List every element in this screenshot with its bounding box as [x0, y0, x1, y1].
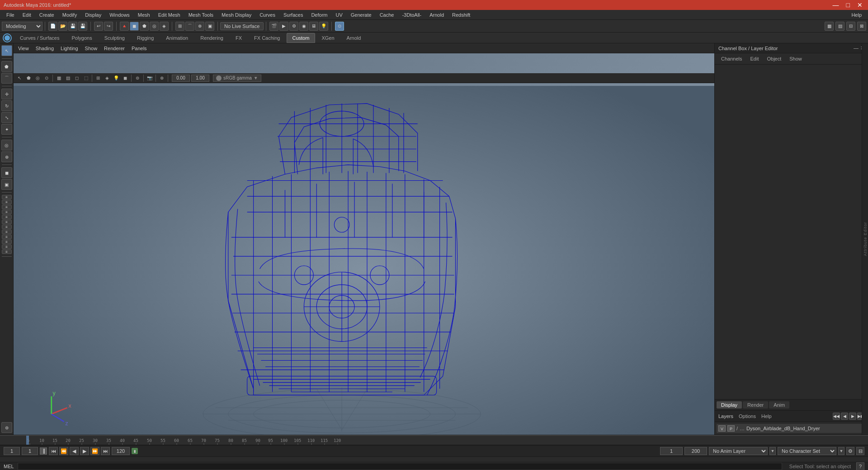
anim-layer-select[interactable]: No Anim Layer — [709, 447, 768, 455]
viewport[interactable]: View Shading Lighting Show Renderer Pane… — [14, 43, 714, 435]
vp-bounding-box-btn[interactable]: ⬚ — [82, 74, 90, 82]
close-button[interactable]: ✕ — [855, 1, 864, 9]
tab-fx[interactable]: FX — [230, 33, 248, 43]
display-tab[interactable]: Display — [717, 401, 742, 409]
menu-create[interactable]: Create — [36, 11, 58, 19]
vp-snap-btn[interactable]: ◎ — [33, 74, 42, 82]
select-by-hierarchy-button[interactable]: 🔺 — [120, 22, 129, 31]
vp-menu-panels[interactable]: Panels — [129, 45, 150, 52]
anim-tab[interactable]: Anim — [769, 401, 789, 409]
save-scene-as-button[interactable]: 💾 — [78, 22, 87, 31]
vp-coord-x[interactable] — [172, 75, 190, 82]
new-scene-button[interactable]: 📄 — [48, 22, 57, 31]
snap-settings-9[interactable]: ≡ — [2, 235, 12, 239]
ipr-render-button[interactable]: ▶ — [279, 22, 288, 31]
tab-fx-caching[interactable]: FX Caching — [248, 33, 286, 43]
tab-arnold[interactable]: Arnold — [341, 33, 367, 43]
viewport-inner[interactable]: ↖ ⬟ ◎ ⊙ ▦ ▤ ◻ ⬚ ⊞ ◈ 💡 ◼ ⊚ 📷 ⊕ — [14, 73, 714, 435]
tab-curves-surfaces[interactable]: Curves / Surfaces — [14, 33, 65, 43]
tab-custom[interactable]: Custom — [287, 33, 316, 43]
layer-nav-btn-1[interactable]: ◀◀ — [833, 413, 840, 420]
maximize-button[interactable]: □ — [844, 1, 852, 9]
layers-tab[interactable]: Layers — [718, 414, 733, 419]
cb-tab-show[interactable]: Show — [786, 55, 806, 62]
paint-select-tool-button[interactable]: ⬟ — [1, 61, 12, 72]
menu-display[interactable]: Display — [81, 11, 105, 19]
snap-settings-1[interactable]: ≡ — [2, 195, 12, 199]
layer-nav-btn-2[interactable]: ◀ — [841, 413, 848, 420]
char-set-arrow[interactable]: ▼ — [838, 447, 844, 455]
hypershade-button[interactable]: ◉ — [299, 22, 308, 31]
render-tab[interactable]: Render — [743, 401, 768, 409]
vp-menu-renderer[interactable]: Renderer — [101, 45, 127, 52]
go-to-start-button[interactable]: ⏮ — [49, 447, 58, 455]
vp-wireframe-btn[interactable]: ▦ — [55, 74, 63, 82]
timeline-options-btn[interactable]: ⊟ — [856, 447, 864, 455]
vp-ao-btn[interactable]: ⊚ — [133, 74, 142, 82]
undo-button[interactable]: ↩ — [94, 22, 103, 31]
workspace-selector[interactable]: Modeling — [2, 22, 42, 31]
mel-python-toggle[interactable]: MEL — [4, 464, 14, 469]
soft-select-button[interactable]: ◈ — [160, 22, 169, 31]
menu-mesh-display[interactable]: Mesh Display — [218, 11, 255, 19]
snap-settings-3[interactable]: ≡ — [2, 205, 12, 209]
tab-xgen[interactable]: XGen — [316, 33, 340, 43]
minimize-button[interactable]: — — [831, 1, 841, 9]
step-back-button[interactable]: ⏪ — [59, 447, 68, 455]
vp-camera-btn[interactable]: 📷 — [146, 74, 154, 82]
redo-button[interactable]: ↪ — [104, 22, 113, 31]
vp-grid-btn[interactable]: ⊞ — [94, 74, 102, 82]
vp-texture-btn[interactable]: ◈ — [103, 74, 111, 82]
snap-settings-10[interactable]: ≡ — [2, 240, 12, 244]
menu-file[interactable]: File — [3, 11, 18, 19]
menu-windows[interactable]: Windows — [106, 11, 133, 19]
snap-settings-4[interactable]: ≡ — [2, 210, 12, 214]
menu-help[interactable]: Help — [848, 11, 865, 19]
command-line-input[interactable] — [18, 463, 782, 470]
tab-rigging[interactable]: Rigging — [131, 33, 160, 43]
cb-tab-object[interactable]: Object — [763, 55, 785, 62]
cb-tab-edit[interactable]: Edit — [746, 55, 762, 62]
menu-curves[interactable]: Curves — [256, 11, 279, 19]
layer-visibility-btn[interactable]: V — [718, 425, 726, 432]
select-tool-button[interactable]: ↖ — [1, 45, 12, 56]
snap-settings-6[interactable]: ≡ — [2, 220, 12, 224]
cb-tab-channels[interactable]: Channels — [717, 55, 745, 62]
icon-bar-2[interactable]: ▤ — [835, 22, 844, 31]
menu-mesh[interactable]: Mesh — [134, 11, 154, 19]
lasso-tool-button[interactable]: ⌒ — [1, 73, 12, 84]
snap-settings-5[interactable]: ≡ — [2, 215, 12, 219]
vp-isolate-btn[interactable]: ⊙ — [42, 74, 51, 82]
snap-settings-7[interactable]: ≡ — [2, 225, 12, 229]
vp-menu-view[interactable]: View — [15, 45, 32, 52]
paint-select-button[interactable]: ◎ — [150, 22, 159, 31]
show-hide-button[interactable]: ⊙ — [335, 22, 344, 31]
tab-polygons[interactable]: Polygons — [66, 33, 98, 43]
render-view-button[interactable]: 🖥 — [309, 22, 318, 31]
playback-end-input[interactable] — [112, 447, 130, 455]
tab-sculpting[interactable]: Sculpting — [99, 33, 131, 43]
icon-bar-4[interactable]: ⊠ — [857, 22, 866, 31]
menu-edit-mesh[interactable]: Edit Mesh — [155, 11, 184, 19]
icon-bar-3[interactable]: ⊟ — [846, 22, 855, 31]
snap-settings-2[interactable]: ≡ — [2, 200, 12, 204]
redraw-paint-effects-button[interactable]: ▣ — [1, 179, 12, 190]
vp-smooth-shade-btn[interactable]: ▤ — [64, 74, 72, 82]
layer-nav-btn-3[interactable]: ▶ — [849, 413, 856, 420]
menu-mesh-tools[interactable]: Mesh Tools — [185, 11, 217, 19]
rotate-tool-button[interactable]: ↻ — [1, 100, 12, 111]
snap-to-surface-button[interactable]: ▣ — [205, 22, 214, 31]
help-line-btn[interactable]: ? — [856, 462, 864, 470]
menu-modify[interactable]: Modify — [59, 11, 80, 19]
range-start-input[interactable] — [660, 447, 683, 455]
menu-cache[interactable]: Cache — [376, 11, 398, 19]
render-current-frame-button[interactable]: 🎬 — [269, 22, 278, 31]
lasso-select-button[interactable]: ⬟ — [140, 22, 149, 31]
menu-surfaces[interactable]: Surfaces — [280, 11, 307, 19]
step-forward-button[interactable]: ⏩ — [90, 447, 99, 455]
help-tab[interactable]: Help — [761, 414, 772, 419]
universal-manip-button[interactable]: ✦ — [1, 124, 12, 135]
snap-settings-11[interactable]: ≡ — [2, 244, 12, 249]
menu-edit[interactable]: Edit — [19, 11, 35, 19]
current-frame-input[interactable] — [4, 447, 20, 455]
